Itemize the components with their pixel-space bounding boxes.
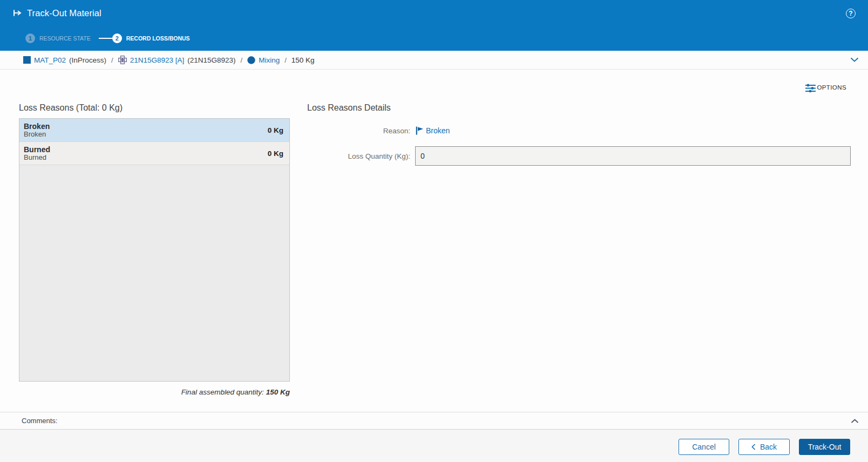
material-square-icon	[23, 56, 31, 64]
reason-value-link[interactable]: Broken	[426, 126, 450, 135]
breadcrumb-separator: /	[241, 56, 243, 64]
wizard-steps: 1 RESOURCE STATE 2 RECORD LOSS/BONUS	[0, 26, 868, 51]
breadcrumb-flow: 21N15G8923 [A] (21N15G8923)	[118, 56, 236, 64]
track-out-button[interactable]: Track-Out	[799, 439, 850, 455]
wizard-title-bar: Track-Out Material ?	[0, 0, 868, 26]
step-2-label: RECORD LOSS/BONUS	[126, 35, 190, 42]
loss-reasons-title: Loss Reasons (Total: 0 Kg)	[19, 103, 290, 113]
step-connector-line	[99, 38, 112, 39]
loss-reason-row-burned[interactable]: Burned Burned 0 Kg	[19, 142, 289, 165]
flag-icon	[415, 126, 424, 135]
wizard-footer: Cancel Back Track-Out	[0, 430, 868, 462]
final-quantity-label: Final assembled quantity:	[181, 388, 264, 396]
comments-section-header[interactable]: Comments:	[0, 412, 868, 430]
help-icon[interactable]: ?	[846, 9, 856, 18]
wizard-step-content: OPTIONS Loss Reasons (Total: 0 Kg) Broke…	[0, 70, 868, 412]
reason-description: Burned	[24, 154, 268, 161]
breadcrumb-quantity: 150 Kg	[291, 56, 315, 64]
flow-link[interactable]: 21N15G8923 [A]	[130, 56, 185, 64]
track-out-icon	[13, 9, 22, 17]
step-2-circle: 2	[112, 33, 122, 43]
breadcrumb-separator: /	[284, 56, 287, 64]
loss-reasons-details-panel: Loss Reasons Details Reason: Broken Loss…	[307, 103, 851, 166]
cancel-button[interactable]: Cancel	[679, 439, 729, 455]
options-label: OPTIONS	[817, 84, 846, 91]
breadcrumb-separator: /	[111, 56, 113, 64]
loss-quantity-label: Loss Quantity (Kg):	[307, 152, 410, 160]
final-quantity-value: 150 Kg	[266, 388, 290, 396]
reason-name: Burned	[24, 146, 268, 154]
reason-quantity: 0 Kg	[268, 150, 283, 158]
sliders-icon	[805, 83, 816, 92]
breadcrumb-chevron-down-icon[interactable]	[850, 56, 859, 64]
step-1-label: RESOURCE STATE	[39, 35, 91, 42]
flow-step-icon	[118, 56, 127, 64]
footer-buttons: Cancel Back Track-Out	[679, 439, 850, 455]
reason-label: Reason:	[307, 127, 410, 135]
back-button[interactable]: Back	[738, 439, 790, 455]
breadcrumb-step: Mixing	[247, 56, 280, 64]
step-1-circle: 1	[25, 33, 35, 43]
step-link[interactable]: Mixing	[259, 56, 280, 64]
options-button[interactable]: OPTIONS	[805, 82, 846, 93]
material-link[interactable]: MAT_P02	[34, 56, 66, 64]
loss-quantity-input[interactable]	[415, 146, 851, 166]
comments-chevron-up-icon[interactable]	[850, 417, 859, 425]
chevron-left-icon	[751, 444, 756, 450]
reason-form-row: Reason: Broken	[307, 126, 851, 135]
loss-reasons-details-title: Loss Reasons Details	[307, 103, 851, 113]
loss-quantity-form-row: Loss Quantity (Kg):	[307, 146, 851, 166]
flow-name: (21N15G8923)	[187, 56, 235, 64]
step-resource-state[interactable]: 1 RESOURCE STATE	[25, 33, 91, 43]
final-assembled-quantity: Final assembled quantity:150 Kg	[19, 388, 290, 396]
context-breadcrumb-bar: MAT_P02 (InProcess) / 21N15G8923 [A] (21…	[0, 51, 868, 70]
back-label: Back	[760, 443, 777, 451]
material-state: (InProcess)	[69, 56, 106, 64]
step-circle-icon	[247, 56, 255, 64]
loss-reasons-panel: Loss Reasons (Total: 0 Kg) Broken Broken…	[19, 103, 290, 396]
comments-label: Comments:	[22, 417, 57, 425]
reason-name: Broken	[24, 123, 268, 131]
loss-reasons-list: Broken Broken 0 Kg Burned Burned 0 Kg	[19, 118, 290, 382]
reason-description: Broken	[24, 131, 268, 138]
reason-quantity: 0 Kg	[268, 126, 283, 134]
loss-reason-row-broken[interactable]: Broken Broken 0 Kg	[19, 119, 289, 142]
breadcrumb-material: MAT_P02 (InProcess)	[23, 56, 106, 64]
page-title: Track-Out Material	[27, 8, 101, 18]
step-record-loss-bonus[interactable]: 2 RECORD LOSS/BONUS	[112, 33, 190, 43]
